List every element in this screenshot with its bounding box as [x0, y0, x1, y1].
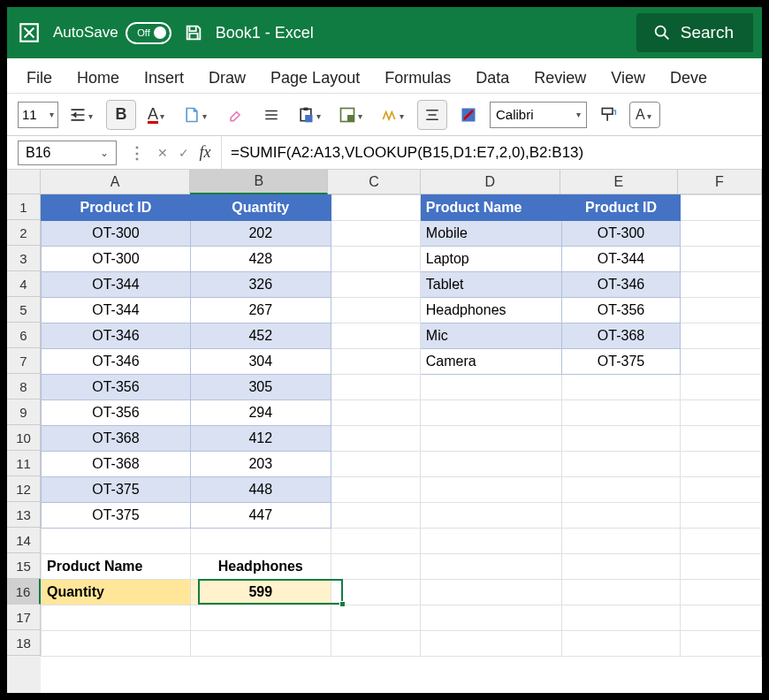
cell[interactable]: Mobile — [420, 221, 561, 247]
cell[interactable] — [42, 631, 191, 657]
row-header[interactable]: 17 — [7, 605, 41, 630]
cell[interactable] — [331, 529, 420, 554]
cell[interactable] — [331, 503, 420, 529]
cell[interactable]: OT-356 — [42, 375, 191, 400]
row-header[interactable]: 4 — [7, 271, 41, 297]
cell[interactable] — [331, 221, 420, 247]
cell[interactable] — [420, 400, 561, 426]
cell[interactable]: OT-356 — [42, 400, 191, 426]
cell[interactable]: 412 — [190, 426, 331, 452]
cell[interactable]: OT-346 — [42, 323, 191, 349]
cell[interactable]: 448 — [190, 477, 331, 503]
cell[interactable]: OT-300 — [42, 247, 191, 272]
formula-input[interactable]: =SUMIF(A2:A13,VLOOKUP(B15,D1:E7,2,0),B2:… — [221, 136, 762, 169]
borders-button[interactable] — [256, 100, 286, 130]
row-header[interactable]: 13 — [7, 502, 41, 528]
autosave-toggle[interactable]: Off — [126, 22, 171, 44]
cell[interactable]: OT-368 — [42, 426, 191, 452]
tab-home[interactable]: Home — [77, 69, 119, 88]
cell[interactable] — [331, 375, 420, 400]
cell[interactable]: OT-346 — [42, 349, 191, 375]
highlight-button[interactable] — [376, 100, 411, 130]
cell[interactable] — [680, 400, 761, 426]
select-all-corner[interactable] — [7, 170, 41, 194]
row-header[interactable]: 10 — [7, 425, 41, 451]
cell[interactable] — [680, 195, 761, 221]
cell[interactable] — [562, 426, 681, 452]
cell[interactable] — [331, 247, 420, 272]
cell[interactable]: OT-375 — [42, 503, 191, 529]
row-header[interactable]: 3 — [7, 246, 41, 271]
cell[interactable] — [562, 503, 681, 529]
save-icon[interactable] — [182, 21, 205, 44]
cell[interactable] — [680, 529, 761, 554]
cell[interactable] — [331, 426, 420, 452]
cell[interactable]: 202 — [190, 221, 331, 247]
cell[interactable]: 304 — [190, 349, 331, 375]
cell[interactable] — [680, 323, 761, 349]
cell[interactable] — [420, 580, 561, 605]
cell[interactable] — [331, 477, 420, 503]
cell[interactable]: 305 — [190, 375, 331, 400]
fx-button[interactable]: fx — [194, 142, 216, 164]
cell[interactable] — [331, 298, 420, 323]
cell[interactable] — [190, 605, 331, 631]
tab-review[interactable]: Review — [534, 69, 586, 88]
name-box[interactable]: B16⌄ — [18, 141, 117, 165]
paste-button[interactable] — [293, 100, 328, 130]
cell[interactable] — [331, 452, 420, 477]
cell[interactable]: OT-375 — [562, 349, 681, 375]
col-header-b[interactable]: B — [190, 170, 328, 194]
cell[interactable] — [42, 529, 191, 554]
cell[interactable]: OT-344 — [42, 298, 191, 323]
cell[interactable] — [331, 323, 420, 349]
row-header[interactable]: 16 — [7, 579, 41, 605]
col-header-f[interactable]: F — [678, 170, 762, 194]
decrease-indent-button[interactable] — [65, 100, 100, 130]
cell[interactable]: Laptop — [420, 247, 561, 272]
filter-button[interactable] — [334, 100, 369, 130]
cell[interactable] — [680, 247, 761, 272]
cell[interactable]: 267 — [190, 298, 331, 323]
cell[interactable] — [680, 272, 761, 298]
row-header[interactable]: 12 — [7, 476, 41, 502]
cell[interactable]: OT-346 — [562, 272, 681, 298]
cell[interactable] — [562, 554, 681, 580]
cell[interactable]: Product ID — [42, 195, 191, 221]
cell[interactable] — [420, 477, 561, 503]
col-header-a[interactable]: A — [41, 170, 190, 194]
col-header-d[interactable]: D — [421, 170, 560, 194]
center-align-button[interactable] — [417, 100, 447, 130]
cell[interactable] — [420, 605, 561, 631]
cell[interactable] — [562, 631, 681, 657]
cell[interactable] — [331, 580, 420, 605]
cell[interactable] — [420, 554, 561, 580]
tab-page-layout[interactable]: Page Layout — [270, 69, 360, 88]
cell[interactable] — [680, 605, 761, 631]
col-header-e[interactable]: E — [560, 170, 678, 194]
cell[interactable] — [680, 554, 761, 580]
clear-button[interactable] — [220, 100, 250, 130]
grid[interactable]: Product ID Quantity Product Name Product… — [41, 194, 762, 693]
font-size-input[interactable]: 11▾ — [18, 102, 58, 128]
cell[interactable] — [420, 503, 561, 529]
cell[interactable] — [331, 195, 420, 221]
cell[interactable] — [562, 375, 681, 400]
cell[interactable]: OT-300 — [42, 221, 191, 247]
row-header[interactable]: 9 — [7, 399, 41, 425]
cell[interactable] — [680, 580, 761, 605]
cell[interactable]: Product ID — [562, 195, 681, 221]
cell[interactable] — [42, 605, 191, 631]
cell[interactable] — [562, 452, 681, 477]
cell[interactable]: OT-368 — [42, 452, 191, 477]
bold-button[interactable]: B — [106, 100, 136, 130]
font-color-button[interactable]: A — [142, 100, 172, 130]
tab-developer[interactable]: Deve — [670, 69, 707, 88]
cell[interactable] — [420, 631, 561, 657]
row-header[interactable]: 2 — [7, 220, 41, 246]
cell[interactable]: 452 — [190, 323, 331, 349]
cell[interactable] — [331, 272, 420, 298]
cell[interactable]: Quantity — [42, 580, 191, 605]
cell[interactable] — [680, 426, 761, 452]
row-header[interactable]: 15 — [7, 553, 41, 579]
